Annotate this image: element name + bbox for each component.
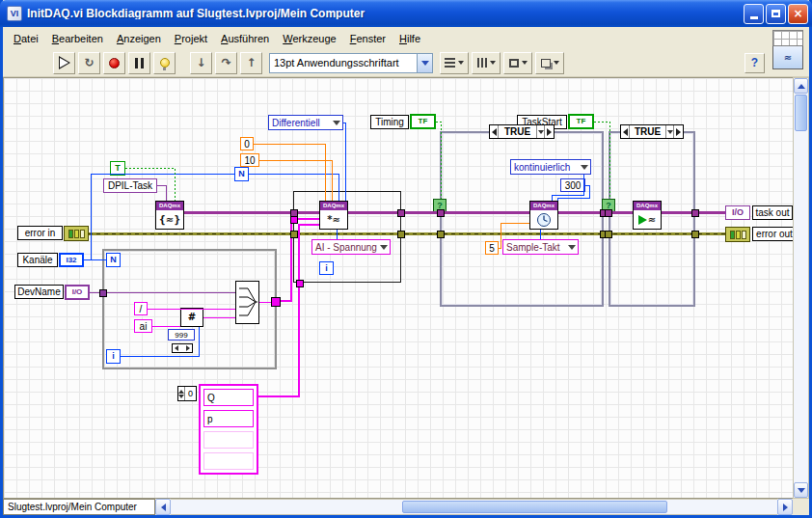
array-element-1[interactable]: p <box>203 410 254 427</box>
daqmx-timing-vi[interactable]: DAQmx <box>529 201 558 230</box>
terminal-timing-tf[interactable]: TF <box>410 114 436 129</box>
array-element-empty <box>203 431 254 449</box>
terminal-kanaele-i32[interactable]: I32 <box>59 253 84 267</box>
window-title: InitDAQ.vi Blockdiagramm auf Slugtest.lv… <box>27 8 744 19</box>
scroll-up-button[interactable] <box>794 78 808 94</box>
case-dropdown[interactable] <box>536 125 545 138</box>
vertical-scroll-thumb[interactable] <box>795 95 807 131</box>
font-selector[interactable]: 13pt Anwendungsschriftart <box>269 53 433 73</box>
pad-width-box[interactable] <box>172 343 193 353</box>
horizontal-scroll-track[interactable] <box>171 499 777 515</box>
font-selector-arrow[interactable] <box>417 54 432 72</box>
concatenate-strings-function[interactable] <box>235 281 259 324</box>
constant-min[interactable]: 0 <box>240 137 254 150</box>
format-icon: # <box>188 313 196 322</box>
loop-count-terminal[interactable]: N <box>106 253 121 267</box>
scroll-down-button[interactable] <box>794 482 808 498</box>
step-over-button[interactable]: ↷ <box>215 52 237 74</box>
connector-pane-icon[interactable] <box>772 30 803 46</box>
menu-item-fenster[interactable]: Fenster <box>343 30 392 47</box>
arrow-left-icon <box>623 128 628 136</box>
constant-samples[interactable]: 300 <box>560 178 585 192</box>
scroll-right-button[interactable] <box>777 499 793 515</box>
case-next-arrow[interactable] <box>674 125 683 138</box>
arrow-left-icon <box>161 504 166 511</box>
chevron-down-icon <box>522 61 528 65</box>
abort-button[interactable] <box>103 52 125 74</box>
maximize-button[interactable] <box>766 4 786 24</box>
pause-button[interactable] <box>128 52 150 74</box>
abort-icon <box>109 58 120 68</box>
horizontal-scroll-thumb[interactable] <box>402 501 667 513</box>
constant-rate[interactable]: 5 <box>485 241 499 255</box>
ring-clock-source[interactable]: Sample-Takt <box>502 239 579 255</box>
close-button[interactable]: × <box>788 4 808 24</box>
string-constant-slash[interactable]: / <box>134 302 148 315</box>
step-out-button[interactable]: ↑ <box>240 52 262 74</box>
block-diagram-canvas[interactable]: TRUE TRUE ? ? Differentiell Timing TF Ta… <box>3 77 793 499</box>
array-element-0[interactable]: Q <box>203 389 254 406</box>
constant-max[interactable]: 10 <box>240 153 259 167</box>
case-structure-timing[interactable] <box>440 131 604 307</box>
number-to-string-function[interactable]: # <box>180 308 203 327</box>
enum-terminal-config[interactable]: Differentiell <box>268 115 343 130</box>
case-selector-terminal[interactable]: ? <box>433 199 447 212</box>
constant-n[interactable]: N <box>234 167 249 181</box>
step-into-button[interactable]: ↓ <box>190 52 212 74</box>
case-dropdown[interactable] <box>665 125 674 138</box>
run-continuous-button[interactable]: ↻ <box>78 52 100 74</box>
terminal-devname-io[interactable]: I/O <box>65 285 90 300</box>
case-prev-arrow[interactable] <box>490 125 499 138</box>
vi-icon-pane[interactable]: ≈ <box>772 30 803 70</box>
menu-item-bearbeiten[interactable]: Bearbeiten <box>45 30 110 47</box>
case-selector-label[interactable]: TRUE <box>499 127 536 137</box>
menu-item-hilfe[interactable]: Hilfe <box>392 30 427 47</box>
case-prev-arrow[interactable] <box>621 125 630 138</box>
index-arrows[interactable] <box>178 387 185 400</box>
terminal-task-out-io[interactable]: I/O <box>725 205 750 220</box>
menu-item-werkzeuge[interactable]: Werkzeuge <box>276 30 342 47</box>
task-name-constant[interactable]: DPIL-Task <box>103 178 157 193</box>
array-index-box[interactable]: 0 <box>177 386 197 401</box>
case-next-arrow[interactable] <box>545 125 554 138</box>
menu-item-projekt[interactable]: Projekt <box>168 30 214 47</box>
constant-999[interactable]: 999 <box>168 329 195 341</box>
terminal-error-out[interactable] <box>725 227 750 242</box>
reorder-dropdown[interactable] <box>535 52 564 74</box>
loop-iteration-terminal[interactable]: i <box>106 349 121 364</box>
align-objects-dropdown[interactable] <box>440 52 469 74</box>
vi-icon-thumbnail[interactable]: ≈ <box>772 46 803 69</box>
menu-item-datei[interactable]: Datei <box>7 30 45 47</box>
vertical-scrollbar[interactable] <box>793 77 809 499</box>
daqmx-create-channel-vi[interactable]: DAQmx *≈ <box>319 201 348 230</box>
bottom-bar: Slugtest.lvproj/Mein Computer <box>3 499 809 515</box>
titlebar[interactable]: VI InitDAQ.vi Blockdiagramm auf Slugtest… <box>0 0 812 27</box>
menu-item-anzeigen[interactable]: Anzeigen <box>110 30 168 47</box>
resize-objects-dropdown[interactable] <box>503 52 532 74</box>
string-constant-ai[interactable]: ai <box>134 319 152 333</box>
daqmx-create-task-vi[interactable]: DAQmx {≈} <box>155 201 184 230</box>
case-selector-start[interactable]: TRUE <box>620 124 684 139</box>
enum-sample-mode[interactable]: kontinuierlich <box>510 159 591 175</box>
daqmx-start-task-vi[interactable]: DAQmx ≈ <box>633 201 662 230</box>
instance-box[interactable]: i <box>319 261 334 275</box>
ring-channel-type[interactable]: AI - Spannung <box>311 239 391 255</box>
highlight-execution-button[interactable] <box>153 52 176 74</box>
terminal-error-in[interactable] <box>64 226 89 241</box>
string-array-constant[interactable]: Q p <box>199 384 258 475</box>
minimize-button[interactable] <box>744 4 764 24</box>
run-icon <box>59 56 70 69</box>
pause-icon <box>135 58 144 68</box>
true-constant[interactable]: T <box>110 161 125 176</box>
vertical-scroll-track[interactable] <box>794 94 808 482</box>
case-selector-terminal[interactable]: ? <box>602 199 615 212</box>
case-selector-timing[interactable]: TRUE <box>489 124 555 139</box>
menu-item-ausfhren[interactable]: Ausführen <box>214 30 276 47</box>
help-button[interactable]: ? <box>744 53 765 73</box>
scroll-left-button[interactable] <box>155 499 171 515</box>
dropdown-arrow-icon <box>568 245 576 250</box>
terminal-taskstart-tf[interactable]: TF <box>568 114 594 129</box>
distribute-objects-dropdown[interactable] <box>472 52 501 74</box>
run-button[interactable] <box>53 52 75 74</box>
case-selector-label[interactable]: TRUE <box>630 127 665 137</box>
